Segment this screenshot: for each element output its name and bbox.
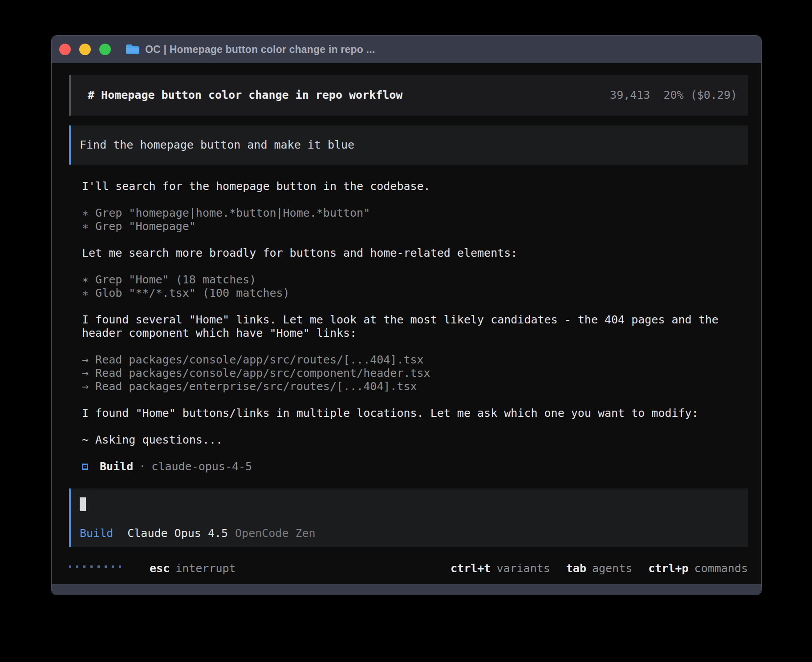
separator-dot: · (139, 460, 146, 473)
status-bar: esc interrupt ctrl+t variants tab agents… (69, 562, 748, 575)
shortcut-key: ctrl+p (648, 562, 688, 575)
window-bottom-chrome (52, 584, 761, 595)
shortcut-commands: ctrl+p commands (648, 562, 748, 575)
user-message: Find the homepage button and make it blu… (69, 125, 748, 165)
assistant-paragraph: I'll search for the homepage button in t… (82, 180, 748, 193)
text-cursor (80, 497, 86, 511)
tool-call-group: ∗ Grep "Home" (18 matches) ∗ Glob "**/*.… (82, 273, 748, 300)
agent-build-icon (82, 464, 88, 470)
terminal-window: OC | Homepage button color change in rep… (51, 35, 762, 595)
shortcut-label: variants (496, 562, 550, 575)
tool-call-glob: ∗ Glob "**/*.tsx" (100 matches) (82, 287, 748, 300)
minimize-button[interactable] (79, 44, 91, 55)
user-message-text: Find the homepage button and make it blu… (80, 138, 354, 152)
progress-dots-icon (69, 565, 121, 568)
shortcut-key: tab (566, 562, 586, 575)
tool-call-grep: ∗ Grep "homepage|home.*button|Home.*butt… (82, 206, 748, 220)
session-stats: 39,413 20% ($0.29) (610, 89, 737, 102)
assistant-paragraph: Let me search more broadly for buttons a… (82, 246, 748, 260)
input-model-name[interactable]: Claude Opus 4.5 (127, 527, 228, 540)
tool-call-read: → Read packages/enterprise/src/routes/[.… (82, 380, 748, 393)
shortcut-hints: ctrl+t variants tab agents ctrl+p comman… (451, 562, 748, 575)
tool-call-grep: ∗ Grep "Home" (18 matches) (82, 273, 748, 287)
tool-call-read: → Read packages/console/app/src/componen… (82, 367, 748, 380)
folder-icon (125, 44, 139, 55)
token-count: 39,413 (610, 89, 650, 102)
agent-model: claude-opus-4-5 (151, 460, 252, 473)
shortcut-variants: ctrl+t variants (451, 562, 550, 575)
tool-call-group: → Read packages/console/app/src/routes/[… (82, 353, 748, 393)
close-button[interactable] (59, 44, 71, 55)
assistant-status-text: ~ Asking questions... (82, 433, 748, 447)
assistant-transcript: I'll search for the homepage button in t… (82, 180, 748, 473)
window-titlebar[interactable]: OC | Homepage button color change in rep… (52, 36, 761, 63)
tool-call-group: ∗ Grep "homepage|home.*button|Home.*butt… (82, 206, 748, 233)
session-header: # Homepage button color change in repo w… (69, 75, 748, 116)
agent-status-row: Build · claude-opus-4-5 (82, 460, 748, 473)
session-title: # Homepage button color change in repo w… (88, 89, 402, 102)
assistant-paragraph: I found several "Home" links. Let me loo… (82, 313, 748, 340)
assistant-paragraph: I found "Home" buttons/links in multiple… (82, 407, 748, 420)
esc-key-label: interrupt (175, 562, 235, 575)
status-left: esc interrupt (69, 562, 236, 575)
input-provider-name: OpenCode Zen (235, 527, 316, 540)
zoom-button[interactable] (99, 44, 111, 55)
tool-call-read: → Read packages/console/app/src/routes/[… (82, 353, 748, 367)
model-selector-row[interactable]: Build Claude Opus 4.5 OpenCode Zen (80, 527, 748, 540)
shortcut-label: commands (694, 562, 748, 575)
tool-call-grep: ∗ Grep "Homepage" (82, 220, 748, 233)
agent-name: Build (100, 460, 133, 473)
window-title: OC | Homepage button color change in rep… (145, 44, 375, 56)
context-usage: 20% ($0.29) (663, 89, 737, 102)
terminal-content: # Homepage button color change in repo w… (52, 63, 761, 584)
prompt-input[interactable]: Build Claude Opus 4.5 OpenCode Zen (69, 488, 748, 547)
traffic-lights (59, 44, 111, 55)
esc-key-hint: esc (150, 562, 170, 575)
shortcut-key: ctrl+t (451, 562, 491, 575)
shortcut-label: agents (592, 562, 632, 575)
input-agent-mode[interactable]: Build (80, 527, 113, 540)
shortcut-agents: tab agents (566, 562, 632, 575)
